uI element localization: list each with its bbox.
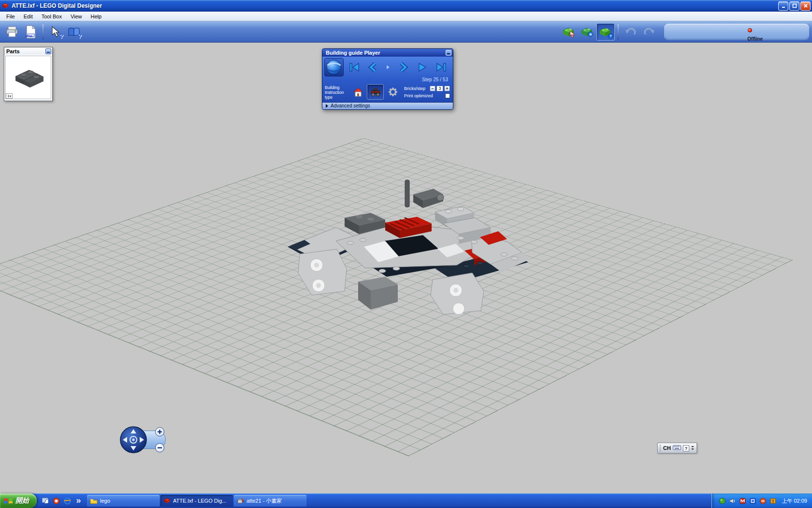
paint-icon <box>237 497 244 504</box>
drag-handle[interactable] <box>660 445 661 451</box>
language-options-icon[interactable] <box>691 446 694 450</box>
task-button-lego-folder[interactable]: lego <box>87 495 160 507</box>
app-icon <box>1 2 9 10</box>
antivirus-icon[interactable] <box>759 497 767 505</box>
show-desktop-icon[interactable] <box>41 496 49 505</box>
part-thumbnail[interactable]: 1x <box>5 56 51 99</box>
menu-help[interactable]: Help <box>87 12 106 21</box>
connection-status-label: Offline <box>747 36 763 42</box>
messenger-icon[interactable] <box>739 497 746 505</box>
view-mode-button[interactable] <box>578 23 596 41</box>
ldd-task-icon <box>163 498 171 504</box>
context-help-button[interactable]: ? <box>46 23 65 41</box>
toolbar-right-group: ? <box>560 23 809 41</box>
taskbar: 開始 lego ATTE.lxf - LEGO Dig... <box>0 493 812 508</box>
last-step-button[interactable] <box>435 60 448 74</box>
print-button[interactable] <box>3 23 21 41</box>
language-indicator[interactable]: CH <box>663 445 671 451</box>
parts-panel-title: Parts <box>6 48 45 54</box>
guide-panel-body: Step 25 / 53 Building Instruction type <box>322 57 453 109</box>
language-help-button[interactable]: ? <box>683 445 689 451</box>
instruction-type-advanced-button[interactable] <box>384 84 401 100</box>
zoom-in-button[interactable] <box>155 427 164 436</box>
bricks-per-step-increase-button[interactable]: + <box>444 86 450 91</box>
maximize-button[interactable] <box>789 1 799 11</box>
advanced-settings-label: Advanced settings <box>331 103 370 108</box>
browser-icon[interactable] <box>63 496 72 505</box>
window-controls <box>778 1 811 11</box>
title-bar: ATTE.lxf - LEGO Digital Designer <box>0 0 812 12</box>
keyboard-icon[interactable] <box>673 444 681 452</box>
media-player-icon[interactable] <box>52 496 60 505</box>
folder-icon <box>90 498 98 504</box>
parts-panel-header: Parts <box>4 47 52 55</box>
building-guide-player: Building guide Player <box>322 48 453 110</box>
alert-icon[interactable] <box>769 497 777 505</box>
print-optimized-checkbox[interactable] <box>445 93 450 98</box>
lego-model[interactable] <box>263 169 549 324</box>
close-button[interactable] <box>800 1 811 11</box>
toolbar-separator <box>43 24 44 40</box>
part-quantity-label: 1x <box>6 93 13 99</box>
parts-panel-minimize-button[interactable] <box>45 48 51 54</box>
menu-edit[interactable]: Edit <box>19 12 37 21</box>
undo-button[interactable] <box>622 23 640 41</box>
update-status-icon[interactable] <box>719 497 726 505</box>
camera-rotate-pad[interactable] <box>119 426 147 454</box>
menu-view[interactable]: View <box>66 12 87 21</box>
html-icon-label: HTML <box>25 35 33 38</box>
menu-bar: File Edit Tool Box View Help <box>0 12 812 21</box>
zoom-out-button[interactable] <box>155 443 164 452</box>
guide-panel-header[interactable]: Building guide Player <box>322 49 453 57</box>
building-guide-mode-button[interactable]: ? <box>596 23 615 41</box>
guide-help-badge: ? <box>608 33 613 39</box>
volume-icon[interactable] <box>729 497 736 505</box>
quick-launch <box>37 493 87 508</box>
connection-status-panel <box>664 24 809 40</box>
previous-step-button[interactable] <box>366 60 380 74</box>
ime-icon[interactable] <box>749 497 756 505</box>
minimize-button[interactable] <box>778 1 788 11</box>
build-mode-button[interactable] <box>560 23 578 41</box>
task-label: atte21 - 小畫家 <box>246 497 282 505</box>
bricks-per-step-decrease-button[interactable]: − <box>430 86 435 91</box>
globe-button[interactable] <box>324 58 344 76</box>
step-marker-icon <box>386 65 391 70</box>
next-step-button[interactable] <box>396 60 410 74</box>
instruction-type-label: Building Instruction type <box>324 84 349 100</box>
toolbar-separator <box>618 24 619 40</box>
task-button-ldd[interactable]: ATTE.lxf - LEGO Dig... <box>160 495 233 507</box>
window-title: ATTE.lxf - LEGO Digital Designer <box>12 2 776 9</box>
menu-toolbox[interactable]: Tool Box <box>37 12 66 21</box>
start-label: 開始 <box>15 496 29 505</box>
bricks-per-step-label: Bricks/step <box>404 86 429 91</box>
task-label: lego <box>100 498 110 504</box>
task-button-paint[interactable]: atte21 - 小畫家 <box>234 495 306 507</box>
guide-panel-title: Building guide Player <box>326 50 446 56</box>
instruction-type-vehicle-button[interactable] <box>367 84 384 100</box>
start-button[interactable]: 開始 <box>0 493 37 508</box>
redo-button[interactable] <box>640 23 658 41</box>
task-label: ATTE.lxf - LEGO Dig... <box>173 498 226 504</box>
step-indicator: Step 25 / 53 <box>322 77 453 83</box>
system-tray: 上午 02:09 <box>711 493 812 508</box>
first-step-button[interactable] <box>348 60 361 74</box>
bricks-per-step-value: 3 <box>436 86 443 91</box>
menu-file[interactable]: File <box>2 12 19 21</box>
quick-launch-overflow-icon[interactable] <box>74 496 83 505</box>
instruction-type-building-button[interactable] <box>349 84 366 100</box>
toolbar: HTML ? ? ? <box>0 21 812 43</box>
help-book-button[interactable]: ? <box>65 23 83 41</box>
language-bar: CH ? <box>657 443 697 453</box>
advanced-settings-toggle[interactable]: Advanced settings <box>322 102 453 109</box>
taskbar-clock: 上午 02:09 <box>782 497 807 505</box>
question-mark-icon: ? <box>59 32 63 40</box>
offline-indicator-icon <box>748 28 752 32</box>
play-button[interactable] <box>415 60 429 74</box>
camera-navigation <box>119 426 167 454</box>
parts-panel: Parts 1x <box>4 47 53 101</box>
export-html-button[interactable]: HTML <box>21 23 40 41</box>
print-optimized-label: Print optimized <box>404 93 444 98</box>
guide-panel-minimize-button[interactable] <box>446 50 451 56</box>
ldd-window: ATTE.lxf - LEGO Digital Designer File Ed… <box>0 0 812 508</box>
